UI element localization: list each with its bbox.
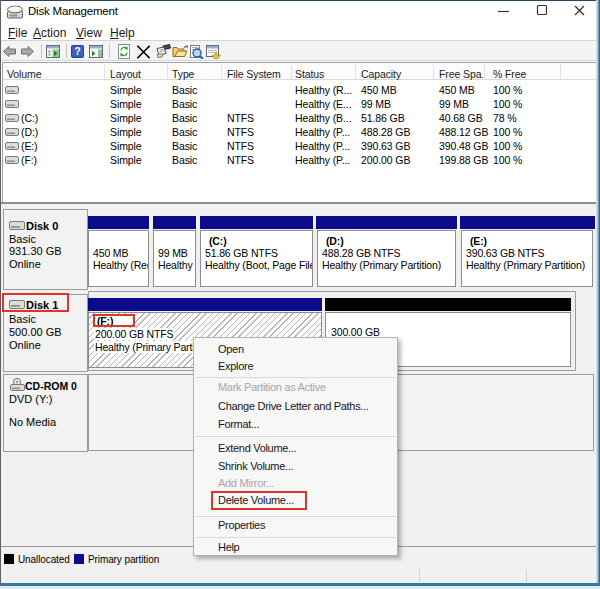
svg-text:?: ?: [74, 46, 80, 57]
